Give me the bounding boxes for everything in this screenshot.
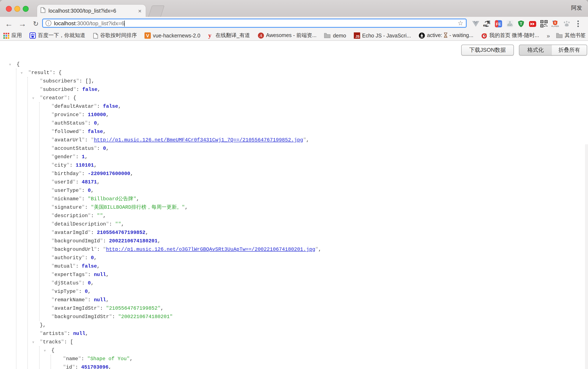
json-colon: :: [81, 356, 87, 362]
other-bookmarks-folder[interactable]: 其他书签: [556, 32, 586, 39]
json-value: 0: [88, 188, 91, 194]
bookmark-item[interactable]: Vvue-hackernews-2.0: [145, 32, 200, 39]
json-comma: ,: [106, 297, 109, 303]
json-key-quote: ": [88, 213, 91, 219]
json-key: avatarImgIdStr: [54, 305, 97, 311]
json-key-quote: ": [51, 238, 54, 244]
collapse-toggle-icon[interactable]: ▼: [21, 69, 23, 77]
json-string-quote: ": [88, 196, 91, 202]
json-colon: :: [88, 297, 94, 303]
download-json-button[interactable]: 下载JSON数据: [461, 45, 514, 56]
collapse-toggle-icon[interactable]: ▼: [32, 338, 34, 347]
json-colon: :: [75, 364, 81, 369]
apps-grid-icon: [3, 33, 9, 39]
format-button[interactable]: 格式化: [519, 45, 552, 56]
shield-t-icon[interactable]: T: [517, 20, 525, 28]
fe-icon[interactable]: FE: [494, 20, 502, 28]
json-string-quote: ": [91, 204, 94, 210]
json-comma: ,: [106, 272, 109, 278]
json-key-quote: ": [51, 230, 54, 236]
extensions-row: en英FET5PLAYER: [472, 17, 582, 31]
json-key-quote: ": [64, 331, 67, 337]
bookmark-item[interactable]: demo: [324, 33, 346, 39]
bookmark-item[interactable]: 应用: [3, 32, 22, 39]
collapse-toggle-icon[interactable]: ▼: [32, 94, 34, 103]
site-info-icon[interactable]: i: [45, 20, 51, 26]
json-string-quote: ": [118, 314, 121, 320]
json-key-quote: ": [79, 196, 82, 202]
url-text[interactable]: localhost:3000/top_list?idx=6: [54, 20, 458, 26]
json-link-value[interactable]: http://p1.music.126.net/BmeUMF4Cr0f3431C…: [94, 137, 303, 143]
bookmark-label: demo: [333, 33, 346, 39]
bookmark-item[interactable]: 谷歌按时间排序: [93, 32, 137, 39]
active-download-icon: [419, 32, 425, 39]
indent-guide: [16, 69, 16, 369]
collapse-all-button[interactable]: 折叠所有: [552, 45, 587, 56]
new-tab-button[interactable]: [148, 5, 165, 18]
browser-window: localhost:3000/top_list?idx=6 × 阿发 ← → ↻…: [0, 0, 588, 369]
json-line: "id": 451703096,: [0, 363, 585, 369]
h5-player-icon[interactable]: 5PLAYER: [551, 20, 559, 28]
close-window-button[interactable]: [6, 6, 12, 12]
json-comma: ,: [106, 112, 109, 118]
vue-devtools-icon[interactable]: [472, 20, 479, 28]
bookmark-label: active: - waiting...: [427, 32, 473, 39]
json-value: 451703096: [81, 364, 108, 369]
back-icon[interactable]: ←: [3, 17, 14, 31]
sitemap-icon[interactable]: [506, 20, 514, 28]
bookmark-star-icon[interactable]: ☆: [458, 19, 463, 27]
profile-name[interactable]: 阿发: [571, 4, 582, 12]
json-key-quote: ": [51, 120, 54, 126]
json-link-value[interactable]: http://p1.music.126.net/o3G7lWrGBQAvSRt3…: [106, 247, 315, 252]
collapse-toggle-icon[interactable]: ▼: [9, 60, 11, 69]
json-key-quote: ": [40, 87, 43, 93]
json-line: "avatarImgId": 2105564767199852,: [0, 229, 585, 237]
fast-forward-icon[interactable]: [529, 20, 536, 28]
json-key: defaultAvatar: [54, 103, 94, 110]
bookmark-item[interactable]: 我的首页 微博-随时...: [481, 32, 539, 39]
json-colon: :: [97, 247, 103, 252]
json-key-quote: ": [51, 272, 54, 278]
json-key-quote: ": [97, 305, 100, 311]
paw-icon[interactable]: [563, 20, 570, 28]
json-comma: ,: [91, 78, 94, 84]
tab-localhost[interactable]: localhost:3000/top_list?idx=6 ×: [37, 5, 146, 17]
json-key: nickname: [54, 196, 79, 202]
address-bar[interactable]: i localhost:3000/top_list?idx=6 ☆: [42, 19, 467, 28]
json-key-quote: ": [73, 263, 76, 269]
qr-code-icon[interactable]: [540, 20, 547, 28]
tab-close-icon[interactable]: ×: [137, 8, 142, 14]
bookmark-item[interactable]: 百度一下，你就知道: [30, 32, 85, 39]
reload-icon[interactable]: ↻: [30, 17, 41, 31]
json-line: "mutual": false,: [0, 262, 585, 270]
bookmark-item[interactable]: JSEcho JS - JavaScri...: [354, 32, 411, 39]
json-key-quote: ": [88, 230, 91, 236]
bookmark-item[interactable]: y在线翻译_有道: [208, 32, 250, 39]
json-string-quote: ": [118, 221, 121, 227]
json-comma: ,: [185, 204, 188, 210]
echojs-icon: JS: [354, 32, 360, 39]
json-colon: :: [52, 70, 59, 76]
json-line: "djStatus": 0,: [0, 279, 585, 287]
zoom-window-button[interactable]: [23, 6, 29, 12]
collapse-toggle-icon[interactable]: ▼: [44, 347, 46, 355]
json-key-quote: ": [82, 204, 85, 210]
bookmark-item[interactable]: active: - waiting...: [419, 32, 473, 39]
bookmark-item[interactable]: AAwesomes - 前端资...: [258, 32, 316, 39]
json-line: "gender": 1,: [0, 153, 585, 161]
more-menu-icon[interactable]: [574, 20, 582, 28]
forward-icon[interactable]: →: [17, 17, 28, 31]
tab-title: localhost:3000/top_list?idx=6: [48, 8, 137, 14]
bookmarks-overflow-chevron[interactable]: »: [547, 32, 550, 39]
json-key-quote: ": [94, 146, 97, 151]
json-key: backgroundImgId: [54, 238, 100, 244]
json-colon: :: [76, 263, 82, 269]
json-string-quote: ": [97, 213, 100, 219]
scrollbar[interactable]: [585, 144, 588, 369]
minimize-window-button[interactable]: [14, 6, 20, 12]
json-line: ▼"result": {: [0, 69, 585, 77]
translate-icon[interactable]: en英: [483, 20, 491, 28]
json-key-quote: ": [63, 364, 66, 369]
json-key-quote: ": [85, 297, 88, 303]
svg-text:en: en: [483, 23, 487, 27]
